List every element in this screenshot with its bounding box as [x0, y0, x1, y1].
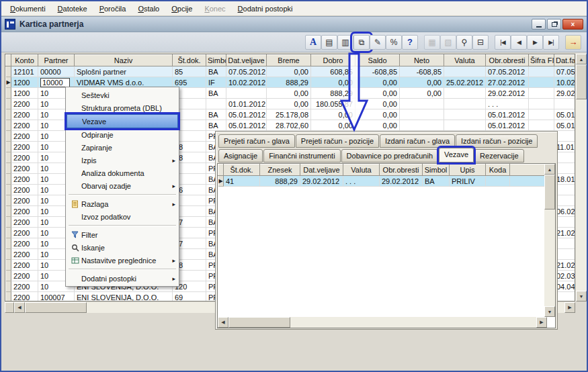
cell-9[interactable] — [510, 176, 548, 187]
scrollbar-thumb[interactable] — [544, 175, 555, 210]
cell-neto[interactable]: -608,85 — [400, 66, 444, 77]
cell-simbol[interactable]: BA — [423, 176, 450, 187]
tab-dobavnice-po-predra-unih[interactable]: Dobavnice po predračunih — [341, 149, 438, 162]
font-style-button[interactable]: A — [305, 35, 321, 50]
cell-dat-fa[interactable]: 10.02. — [554, 77, 576, 88]
column-header-ifra-fi[interactable]: Šifra FI — [529, 55, 554, 66]
cell-neto[interactable] — [400, 99, 444, 109]
cell-koda[interactable] — [486, 176, 510, 187]
cell-valuta[interactable] — [444, 99, 486, 109]
column-header-dobro[interactable]: Dobro — [311, 55, 355, 66]
cell-konto[interactable]: 2200 — [11, 152, 38, 163]
cell-valuta[interactable]: 25.02.2012 — [444, 77, 486, 88]
cell-breme[interactable]: 25.178,08 — [267, 109, 311, 120]
percent-button[interactable]: % — [386, 35, 402, 50]
tab-asignacije[interactable]: Asignacije — [218, 149, 263, 162]
scroll-right-icon[interactable]: ▶ — [536, 317, 547, 328]
menu-dokumenti[interactable]: Dokumenti — [4, 3, 52, 15]
cell-t-dok[interactable]: 85 — [173, 66, 206, 77]
menu-item-vezave[interactable]: Vezave — [67, 114, 178, 128]
column-header-t-dok[interactable]: Št.dok. — [173, 55, 206, 66]
column-header-dat-veljave[interactable]: Dat.veljave — [300, 165, 343, 176]
menu-opcije[interactable]: Opcije — [165, 3, 198, 15]
column-header-simbol[interactable]: Simbol — [206, 55, 226, 66]
column-header-t-dok[interactable]: Št.dok. — [224, 165, 260, 176]
cell-neto[interactable]: 0,00 — [400, 77, 444, 88]
menu-item-filter[interactable]: Filter — [67, 228, 178, 241]
cell-znesek[interactable]: 888,29 — [260, 176, 300, 187]
menu-dodatni-postopki[interactable]: Dodatni postopki — [232, 3, 299, 15]
cell-dobro[interactable]: 0,00 — [311, 120, 355, 131]
cell-valuta[interactable] — [444, 120, 486, 131]
nav-first-button[interactable]: |◀ — [495, 35, 511, 50]
cell-ifra-fi[interactable] — [529, 109, 554, 120]
column-header-dat-fa[interactable]: Dat.fa — [554, 55, 576, 66]
cell-obr-obresti[interactable]: 05.01.2012 — [486, 109, 529, 120]
menu-item-razlaga[interactable]: Razlaga▸ — [67, 197, 178, 210]
cell-breme[interactable]: 0,00 — [267, 66, 311, 77]
cell-valuta[interactable] — [444, 109, 486, 120]
card-view-button[interactable]: ▤ — [321, 35, 337, 50]
column-header-obr-obresti[interactable]: Obr.obresti — [380, 165, 423, 176]
cell-neto[interactable]: 0,00 — [400, 88, 444, 99]
column-header-koda[interactable]: Koda — [486, 165, 510, 176]
cell-konto[interactable]: 2200 — [11, 292, 38, 302]
nav-next-button[interactable]: ▶ — [527, 35, 543, 50]
cell-obr-obresti[interactable]: . . . — [486, 99, 529, 109]
cell-simbol[interactable]: BA — [206, 109, 226, 120]
inline-edit-field[interactable]: 10000 — [40, 78, 70, 87]
cell-saldo[interactable]: 0,00 — [355, 120, 400, 131]
nav-last-button[interactable]: ▶| — [543, 35, 559, 50]
cell-dat-fa[interactable]: 29.02. — [554, 88, 576, 99]
cell-dat-veljave[interactable]: 29.02.2012 — [300, 176, 343, 187]
cell-ifra-fi[interactable] — [529, 120, 554, 131]
grid-split-handle[interactable] — [5, 302, 14, 313]
cell-dat-veljave[interactable]: 05.01.2012 — [226, 109, 267, 120]
cell-simbol[interactable]: BA — [206, 88, 226, 99]
menu-item-obarvaj-ozadje[interactable]: Obarvaj ozadje▸ — [67, 179, 178, 192]
cell-dobro[interactable]: 608,85 — [311, 66, 355, 77]
column-header-neto[interactable]: Neto — [400, 55, 444, 66]
table-row[interactable]: ▶41888,2929.02.2012. . .29.02.2012BAPRIL… — [218, 176, 548, 187]
column-header-partner[interactable]: Partner — [38, 55, 75, 66]
column-header-valuta[interactable]: Valuta — [444, 55, 486, 66]
scroll-up-icon[interactable]: ▲ — [544, 164, 555, 175]
cell-dobro[interactable]: 888,29 — [311, 88, 355, 99]
cell-konto[interactable]: 2200 — [11, 174, 38, 185]
cell-konto[interactable]: 2200 — [11, 195, 38, 206]
cell-konto[interactable]: 1200 — [11, 88, 38, 99]
menu-item-se-tevki[interactable]: Seštevki — [67, 89, 178, 101]
exit-button[interactable]: → — [565, 35, 581, 50]
cell-dat-veljave[interactable] — [226, 88, 267, 99]
menu-datoteke[interactable]: Datoteke — [52, 3, 93, 15]
column-header-saldo[interactable]: Saldo — [355, 55, 400, 66]
cell-neto[interactable] — [400, 120, 444, 131]
menu-item-analiza-dokumenta[interactable]: Analiza dokumenta — [67, 167, 178, 179]
cell-simbol[interactable]: IF — [206, 77, 226, 88]
scroll-right-icon[interactable]: ▶ — [564, 302, 575, 313]
close-button[interactable]: × — [562, 19, 583, 30]
cell-ifra-fi[interactable] — [529, 88, 554, 99]
minimize-button[interactable] — [532, 19, 546, 30]
column-header-valuta[interactable]: Valuta — [343, 165, 380, 176]
cell-konto[interactable]: 2200 — [11, 120, 38, 131]
menu-konec[interactable]: Konec — [198, 3, 231, 15]
print-button[interactable]: ⊟ — [472, 35, 489, 50]
cell-simbol[interactable]: BA — [206, 120, 226, 131]
cell-konto[interactable]: 2200 — [11, 238, 38, 249]
cell-naziv[interactable]: ENI SLOVENIJA, D.O.O. — [75, 292, 173, 302]
cell-breme[interactable]: 28.702,60 — [267, 120, 311, 131]
cell-dat-veljave[interactable]: 07.05.2012 — [226, 66, 267, 77]
cell-neto[interactable] — [400, 109, 444, 120]
cell-upis[interactable]: PRILIV — [450, 176, 486, 187]
menu-item-iskanje[interactable]: Iskanje — [67, 241, 178, 254]
scrollbar-thumb[interactable] — [25, 302, 87, 313]
cell-dobro[interactable]: 180.055,87 — [311, 99, 355, 109]
table-row[interactable]: 1210100000Splošni partner85BA07.05.20120… — [6, 66, 576, 77]
scrollbar-thumb[interactable] — [228, 317, 290, 328]
cell-ifra-fi[interactable] — [529, 99, 554, 109]
menu-item-izpis[interactable]: Izpis▸ — [67, 154, 178, 167]
cell-dat-veljave[interactable]: 10.02.2012 — [226, 77, 267, 88]
menu-item-nastavitve-preglednice[interactable]: Nastavitve preglednice▸ — [67, 254, 178, 267]
cell-dat-veljave[interactable]: 01.01.2012 — [226, 99, 267, 109]
